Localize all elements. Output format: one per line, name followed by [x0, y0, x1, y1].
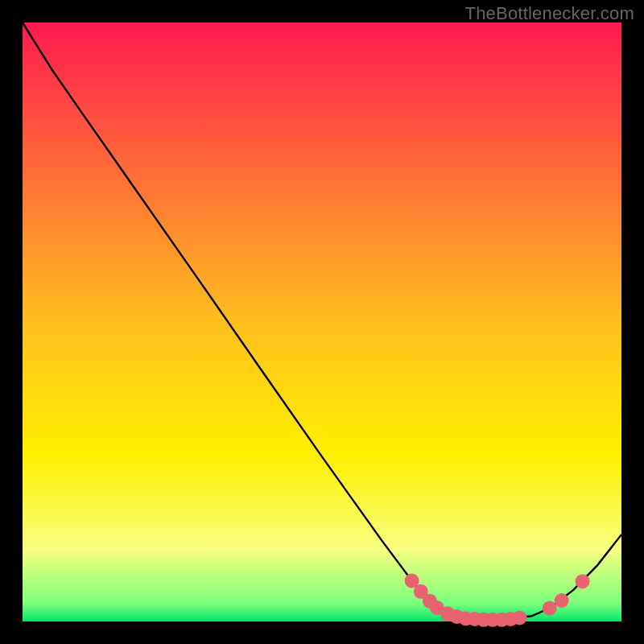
bottleneck-chart: [0, 0, 644, 644]
plot-background: [23, 23, 621, 621]
data-marker: [513, 611, 527, 625]
data-marker: [555, 593, 569, 608]
watermark-text: TheBottlenecker.com: [465, 3, 634, 24]
data-marker: [576, 574, 590, 588]
chart-container: { "watermark": "TheBottlenecker.com", "c…: [0, 0, 644, 644]
data-marker: [543, 601, 557, 616]
